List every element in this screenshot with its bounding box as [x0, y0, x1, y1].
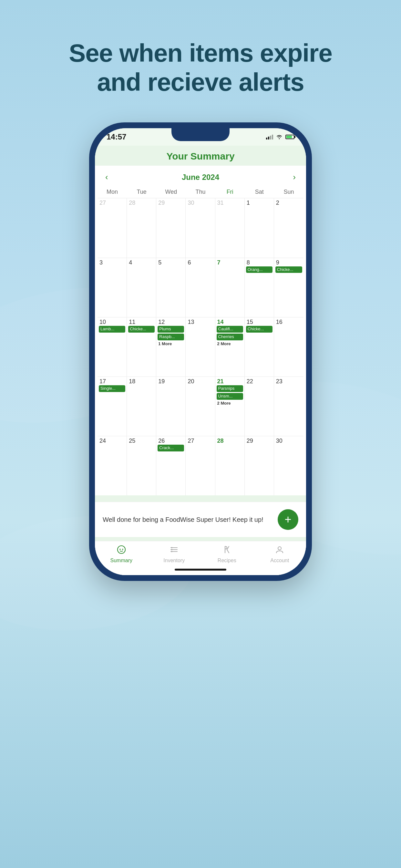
- tab-inventory[interactable]: Inventory: [155, 545, 193, 563]
- cal-cell-1[interactable]: 1: [245, 198, 274, 257]
- cal-cell-29[interactable]: 29: [245, 436, 274, 495]
- event-unsm[interactable]: Unsm...: [217, 393, 243, 400]
- event-raspberries[interactable]: Raspb...: [158, 334, 184, 340]
- home-indicator: [95, 566, 306, 575]
- cal-cell-30[interactable]: 30: [274, 436, 304, 495]
- wifi-icon: [276, 134, 283, 140]
- cal-cell-2[interactable]: 2: [274, 198, 304, 257]
- event-chicken-11[interactable]: Chicke...: [128, 326, 155, 333]
- cal-cell-8[interactable]: 8 Orang...: [245, 258, 274, 317]
- cal-cell-16[interactable]: 16: [274, 317, 304, 376]
- event-cherries[interactable]: Cherries: [217, 334, 243, 340]
- notch: [172, 128, 229, 141]
- cal-cell-9[interactable]: 9 Chicke...: [274, 258, 304, 317]
- tab-summary[interactable]: Summary: [102, 545, 141, 563]
- phone-screen: 14:57: [95, 128, 306, 575]
- cal-cell-13[interactable]: 13: [186, 317, 215, 376]
- calendar-next-button[interactable]: ›: [290, 171, 298, 183]
- svg-point-6: [171, 547, 173, 548]
- calendar-week-5: 24 25 26 Crack... 27: [97, 436, 304, 495]
- cal-cell-21[interactable]: 21 Parsnips Unsm... 2 More: [215, 377, 245, 436]
- calendar-banner: [95, 495, 306, 502]
- summary-tab-label: Summary: [111, 558, 132, 563]
- svg-point-7: [171, 549, 173, 550]
- event-crackers[interactable]: Crack...: [158, 445, 184, 452]
- svg-point-1: [120, 549, 121, 550]
- cal-cell-15[interactable]: 15 Chicke...: [245, 317, 274, 376]
- cal-cell-28-prev[interactable]: 28: [127, 198, 156, 257]
- svg-point-2: [122, 549, 123, 550]
- account-tab-icon: [275, 545, 284, 556]
- cal-cell-23[interactable]: 23: [274, 377, 304, 436]
- day-header-sun: Sun: [274, 187, 304, 197]
- tab-recipes[interactable]: Recipes: [208, 545, 246, 563]
- cal-cell-27-prev[interactable]: 27: [97, 198, 127, 257]
- event-parsnips[interactable]: Parsnips: [217, 385, 243, 392]
- cal-cell-20[interactable]: 20: [186, 377, 215, 436]
- tab-account[interactable]: Account: [260, 545, 299, 563]
- more-12[interactable]: 1 More: [158, 341, 184, 346]
- status-time: 14:57: [106, 132, 126, 142]
- calendar-week-3: 10 Lamb... 11 Chicke... 12 Plums Raspb..…: [97, 317, 304, 376]
- summary-tab-icon: [117, 545, 126, 556]
- cal-cell-30-prev[interactable]: 30: [186, 198, 215, 257]
- calendar-week-2: 3 4 5 6 7: [97, 258, 304, 317]
- cal-cell-22[interactable]: 22: [245, 377, 274, 436]
- event-plums[interactable]: Plums: [158, 326, 184, 333]
- event-lamb[interactable]: Lamb...: [99, 326, 125, 333]
- cal-cell-10[interactable]: 10 Lamb...: [97, 317, 127, 376]
- event-cauliflower[interactable]: Caulifl...: [217, 326, 243, 333]
- cal-cell-12[interactable]: 12 Plums Raspb... 1 More: [156, 317, 186, 376]
- day-header-tue: Tue: [127, 187, 156, 197]
- cal-cell-24[interactable]: 24: [97, 436, 127, 495]
- svg-point-9: [278, 547, 281, 550]
- inventory-tab-icon: [169, 545, 179, 556]
- more-21[interactable]: 2 More: [217, 401, 243, 406]
- status-bar: 14:57: [95, 128, 306, 146]
- phone-device: 14:57: [89, 122, 312, 581]
- cal-cell-6[interactable]: 6: [186, 258, 215, 317]
- svg-point-0: [118, 546, 125, 554]
- event-chicken-9[interactable]: Chicke...: [275, 267, 302, 273]
- calendar-week-4: 17 Single... 18 19 20: [97, 376, 304, 436]
- calendar-nav: ‹ June 2024 ›: [95, 166, 306, 187]
- tab-bar: Summary Inventory: [95, 541, 306, 566]
- app-header: Your Summary: [95, 146, 306, 166]
- page-headline: See when items expire and recieve alerts: [69, 39, 332, 97]
- day-header-mon: Mon: [97, 187, 127, 197]
- cal-cell-4[interactable]: 4: [127, 258, 156, 317]
- cal-cell-14[interactable]: 14 Caulifl... Cherries 2 More: [215, 317, 245, 376]
- cal-cell-26[interactable]: 26 Crack...: [156, 436, 186, 495]
- calendar-day-headers: Mon Tue Wed Thu Fri Sat Sun: [97, 187, 304, 197]
- cal-cell-17[interactable]: 17 Single...: [97, 377, 127, 436]
- cal-cell-29-prev[interactable]: 29: [156, 198, 186, 257]
- cal-cell-19[interactable]: 19: [156, 377, 186, 436]
- inventory-tab-label: Inventory: [163, 558, 185, 563]
- super-user-message: Well done for being a FoodWise Super Use…: [103, 515, 278, 524]
- status-icons: [266, 134, 295, 140]
- event-oranges[interactable]: Orang...: [246, 267, 273, 273]
- more-14[interactable]: 2 More: [217, 341, 243, 346]
- account-tab-label: Account: [270, 558, 289, 563]
- cal-cell-5[interactable]: 5: [156, 258, 186, 317]
- event-single[interactable]: Single...: [99, 385, 125, 392]
- app-content: Your Summary ‹ June 2024 › Mon Tue Wed: [95, 146, 306, 575]
- cal-cell-18[interactable]: 18: [127, 377, 156, 436]
- day-header-fri: Fri: [215, 187, 245, 197]
- cal-cell-31-prev[interactable]: 31: [215, 198, 245, 257]
- cal-cell-27[interactable]: 27: [186, 436, 215, 495]
- cal-cell-28[interactable]: 28: [215, 436, 245, 495]
- cal-cell-11[interactable]: 11 Chicke...: [127, 317, 156, 376]
- cal-cell-3[interactable]: 3: [97, 258, 127, 317]
- recipes-tab-label: Recipes: [218, 558, 236, 563]
- cal-cell-25[interactable]: 25: [127, 436, 156, 495]
- recipes-tab-icon: [222, 545, 232, 556]
- app-title: Your Summary: [95, 151, 306, 162]
- add-item-button[interactable]: +: [278, 509, 298, 530]
- event-chicken-15[interactable]: Chicke...: [246, 326, 273, 333]
- day-header-thu: Thu: [186, 187, 215, 197]
- cal-cell-7[interactable]: 7: [215, 258, 245, 317]
- calendar-prev-button[interactable]: ‹: [103, 171, 111, 183]
- calendar-container: ‹ June 2024 › Mon Tue Wed Thu Fri Sat Su…: [95, 166, 306, 495]
- bottom-message-area: Well done for being a FoodWise Super Use…: [95, 502, 306, 537]
